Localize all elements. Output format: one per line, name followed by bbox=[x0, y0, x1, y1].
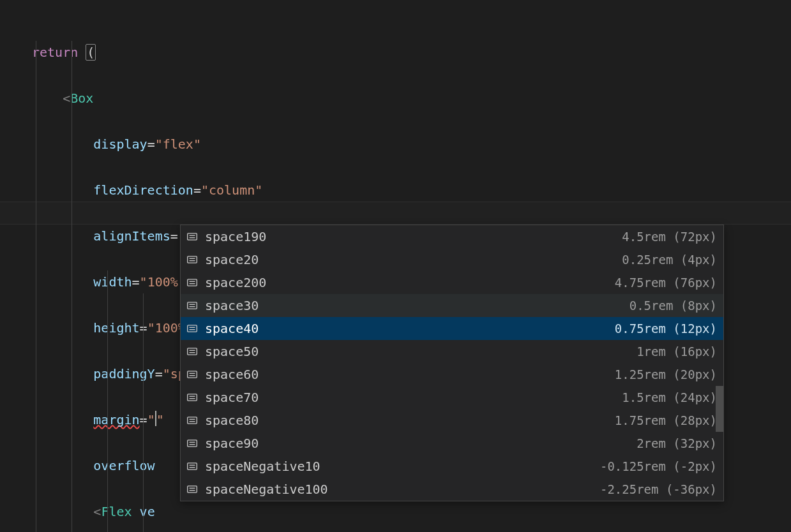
completion-item[interactable]: space1904.5rem (72px) bbox=[181, 225, 723, 248]
completion-detail: 4.75rem (76px) bbox=[615, 272, 717, 293]
enum-icon bbox=[186, 391, 199, 404]
completion-label: spaceNegative10 bbox=[205, 455, 320, 478]
completion-label: space20 bbox=[205, 248, 259, 271]
attr-flexdirection-value: "column" bbox=[201, 182, 262, 198]
completion-detail: -2.25rem (-36px) bbox=[600, 478, 717, 500]
svg-rect-6 bbox=[188, 279, 197, 286]
svg-rect-3 bbox=[188, 256, 197, 263]
scrollbar-thumb[interactable] bbox=[716, 386, 723, 432]
completion-detail: 1rem (16px) bbox=[637, 341, 717, 362]
completion-item[interactable]: space200.25rem (4px) bbox=[181, 248, 723, 271]
enum-icon bbox=[186, 345, 199, 358]
indent-guide bbox=[143, 293, 144, 532]
completion-label: space40 bbox=[205, 317, 259, 340]
enum-icon bbox=[186, 253, 199, 266]
svg-rect-21 bbox=[188, 394, 197, 401]
completion-item[interactable]: space300.5rem (8px) bbox=[181, 294, 723, 317]
attr-display-value: "flex" bbox=[155, 137, 201, 152]
completion-label: space80 bbox=[205, 409, 259, 432]
enum-icon bbox=[186, 322, 199, 335]
completion-detail: 2rem (32px) bbox=[637, 432, 717, 454]
completion-label: space190 bbox=[205, 225, 266, 248]
completion-detail: 1.5rem (24px) bbox=[622, 387, 717, 408]
svg-rect-24 bbox=[188, 417, 197, 424]
completion-item[interactable]: space701.5rem (24px) bbox=[181, 386, 723, 409]
svg-rect-27 bbox=[188, 440, 197, 447]
svg-rect-0 bbox=[188, 233, 197, 240]
completion-item[interactable]: space400.75rem (12px) bbox=[181, 317, 723, 340]
completion-label: spaceNegative100 bbox=[205, 478, 328, 501]
attr-margin-open: " bbox=[147, 412, 155, 427]
attr-flexdirection: flexDirection bbox=[93, 182, 193, 198]
enum-icon bbox=[186, 299, 199, 312]
enum-icon bbox=[186, 276, 199, 289]
completion-label: space90 bbox=[205, 432, 259, 455]
tag-angle: < bbox=[63, 91, 70, 106]
attr-ve-partial: ve bbox=[140, 504, 155, 519]
enum-icon bbox=[186, 483, 199, 496]
completion-detail: 0.25rem (4px) bbox=[622, 249, 717, 270]
attr-display: display bbox=[93, 137, 147, 152]
attr-overflow-partial: overflow bbox=[93, 458, 154, 473]
completion-item[interactable]: space902rem (32px) bbox=[181, 432, 723, 455]
completion-detail: 1.25rem (20px) bbox=[615, 364, 717, 385]
completion-detail: 0.75rem (12px) bbox=[615, 318, 717, 339]
enum-icon bbox=[186, 437, 199, 450]
intellisense-popup[interactable]: space1904.5rem (72px)space200.25rem (4px… bbox=[180, 225, 724, 501]
svg-rect-30 bbox=[188, 463, 197, 469]
attr-paddingy: paddingY bbox=[93, 366, 154, 381]
svg-rect-15 bbox=[188, 348, 197, 355]
completion-label: space60 bbox=[205, 363, 259, 386]
completion-item[interactable]: spaceNegative10-0.125rem (-2px) bbox=[181, 455, 723, 478]
svg-rect-12 bbox=[188, 325, 197, 332]
completion-item[interactable]: space2004.75rem (76px) bbox=[181, 271, 723, 294]
completion-label: space30 bbox=[205, 294, 259, 317]
svg-rect-18 bbox=[188, 371, 197, 378]
completion-detail: -0.125rem (-2px) bbox=[600, 455, 717, 477]
completion-detail: 4.5rem (72px) bbox=[622, 226, 717, 248]
completion-detail: 0.5rem (8px) bbox=[629, 295, 717, 316]
completion-item[interactable]: space501rem (16px) bbox=[181, 340, 723, 363]
open-paren: ( bbox=[86, 44, 96, 61]
attr-alignitems: alignItems bbox=[93, 228, 170, 244]
box-tag: Box bbox=[70, 91, 93, 106]
completion-item[interactable]: space801.75rem (28px) bbox=[181, 409, 723, 432]
svg-rect-33 bbox=[188, 486, 197, 492]
enum-icon bbox=[186, 414, 199, 427]
attr-margin-close: " bbox=[156, 412, 164, 427]
completion-detail: 1.75rem (28px) bbox=[615, 410, 717, 431]
enum-icon bbox=[186, 460, 199, 473]
completion-item[interactable]: spaceNegative100-2.25rem (-36px) bbox=[181, 478, 723, 501]
attr-height: height bbox=[93, 320, 139, 336]
indent-guide bbox=[107, 270, 108, 532]
indent-guide bbox=[72, 41, 72, 532]
completion-label: space50 bbox=[205, 340, 259, 363]
enum-icon bbox=[186, 368, 199, 381]
flex-tag: Flex bbox=[101, 504, 132, 519]
enum-icon bbox=[186, 230, 199, 243]
attr-width: width bbox=[93, 274, 132, 290]
indent-guide bbox=[36, 41, 36, 532]
attr-width-value: "100%" bbox=[140, 274, 186, 290]
completion-label: space70 bbox=[205, 386, 259, 409]
attr-margin: margin bbox=[93, 412, 139, 427]
completion-item[interactable]: space601.25rem (20px) bbox=[181, 363, 723, 386]
completion-label: space200 bbox=[205, 271, 266, 294]
svg-rect-9 bbox=[188, 302, 197, 309]
